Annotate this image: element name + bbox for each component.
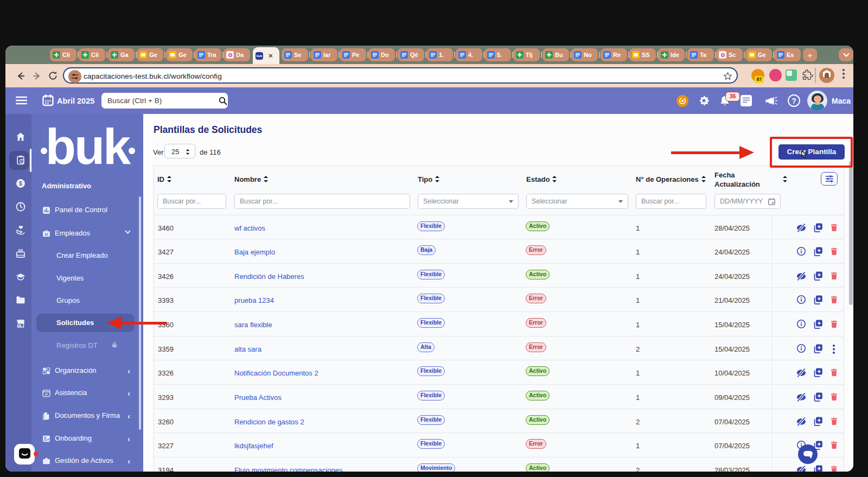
svg-text:$: $ [19,181,22,187]
